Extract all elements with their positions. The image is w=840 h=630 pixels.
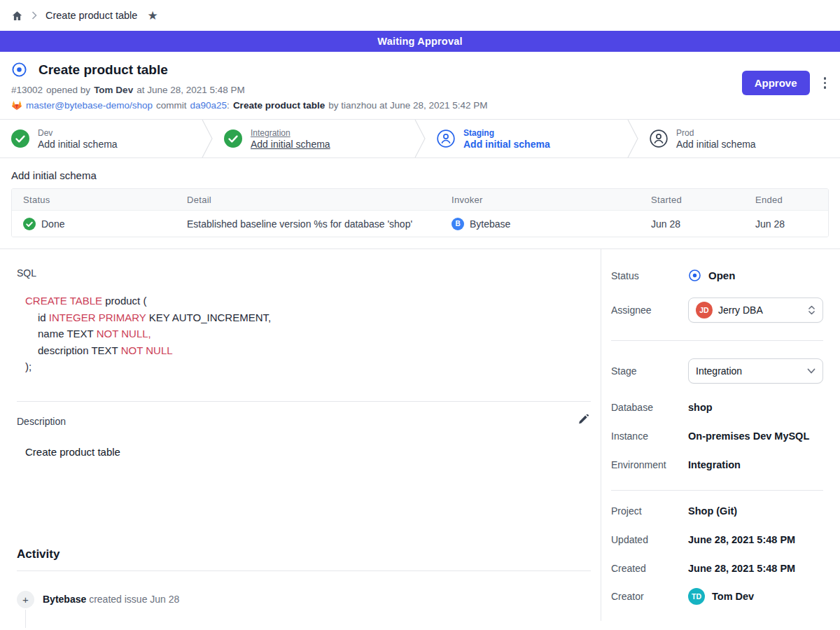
breadcrumb-title: Create product table — [46, 10, 137, 21]
database-value: shop — [688, 402, 713, 413]
edit-pencil-icon[interactable] — [576, 413, 591, 430]
stage-env-label: Dev — [38, 128, 118, 138]
field-stage: Stage Integration — [611, 358, 823, 384]
stage-env-label: Integration — [251, 128, 330, 138]
description-label: Description — [17, 416, 66, 427]
field-project: Project Shop (Git) — [611, 505, 823, 517]
field-created: Created June 28, 2021 5:48 PM — [611, 563, 823, 574]
stage-env-label: Prod — [676, 128, 756, 138]
task-heading: Add initial schema — [11, 169, 829, 181]
field-database: Database shop — [611, 402, 823, 413]
status-banner: Waiting Approval — [0, 31, 840, 52]
task-table-header: Status Detail Invoker Started Ended — [12, 189, 828, 210]
breadcrumb: Create product table ★ — [0, 0, 840, 31]
check-circle-icon — [224, 130, 242, 148]
timeline-connector — [25, 610, 26, 628]
task-invoker: Bytebase — [470, 218, 510, 230]
activity-item: + Bytebase created issue Jun 28 — [17, 591, 591, 608]
commit-info: master@bytebase-demo/shop commit da90a25… — [11, 100, 829, 111]
field-status: Status Open — [611, 269, 823, 282]
description-text: Create product table — [17, 446, 591, 458]
task-ended: Jun 28 — [755, 218, 785, 230]
issue-meta: #13002 opened by Tom Dev at June 28, 202… — [11, 85, 829, 95]
status-value: Open — [708, 270, 735, 281]
plus-icon: + — [17, 591, 34, 608]
stage-task-label: Add initial schema — [38, 139, 118, 150]
sql-label: SQL — [17, 267, 591, 279]
field-environment: Environment Integration — [611, 459, 823, 470]
bookmark-star-icon[interactable]: ★ — [147, 8, 158, 23]
divider — [17, 570, 591, 571]
task-status: Done — [41, 218, 64, 230]
activity-action: created issue Jun 28 — [89, 594, 179, 605]
stage-task-label: Add initial schema — [251, 139, 330, 150]
table-row[interactable]: Done Established baseline version %s for… — [12, 210, 828, 237]
content-area: SQL CREATE TABLE product ( id INTEGER PR… — [0, 248, 840, 621]
stage-select[interactable]: Integration — [688, 358, 823, 384]
chevron-down-icon — [807, 368, 816, 374]
stage-task-label: Add initial schema — [463, 139, 550, 150]
task-started: Jun 28 — [651, 218, 680, 230]
field-instance: Instance On-premises Dev MySQL — [611, 430, 823, 442]
sidebar: Status Open Assignee JD Jerry DBA Stage — [601, 249, 840, 621]
kebab-menu-icon[interactable] — [821, 74, 830, 92]
home-icon[interactable] — [11, 10, 23, 22]
issue-header: Create product table #13002 opened by To… — [0, 52, 840, 119]
stage-separator — [202, 120, 213, 158]
instance-value: On-premises Dev MySQL — [688, 430, 809, 442]
field-assignee: Assignee JD Jerry DBA — [611, 298, 823, 323]
person-circle-icon — [650, 130, 668, 148]
col-invoker: Invoker — [440, 195, 640, 205]
task-section: Add initial schema Status Detail Invoker… — [0, 169, 840, 237]
col-ended: Ended — [744, 195, 828, 205]
open-status-icon — [688, 269, 701, 282]
gitlab-icon — [11, 100, 22, 111]
approve-button[interactable]: Approve — [742, 71, 810, 95]
divider — [611, 490, 823, 491]
status-banner-text: Waiting Approval — [377, 36, 462, 47]
created-value: June 28, 2021 5:48 PM — [688, 563, 795, 574]
col-status: Status — [12, 195, 176, 205]
sql-code: CREATE TABLE product ( id INTEGER PRIMAR… — [17, 293, 591, 375]
col-started: Started — [640, 195, 744, 205]
stage-prod[interactable]: Prod Add initial schema — [638, 120, 840, 158]
activity-actor: Bytebase — [43, 594, 86, 605]
issue-opened-time: at June 28, 2021 5:48 PM — [136, 85, 245, 95]
issue-number: #13002 — [11, 85, 43, 95]
commit-message: Create product table — [233, 100, 325, 111]
creator-avatar: TD — [688, 588, 705, 605]
stage-integration[interactable]: Integration Add initial schema — [213, 120, 414, 158]
page-title: Create product table — [38, 62, 168, 78]
field-updated: Updated June 28, 2021 5:48 PM — [611, 534, 823, 545]
activity-heading: Activity — [17, 547, 591, 561]
task-detail: Established baseline version %s for data… — [187, 218, 412, 230]
stage-env-label: Staging — [463, 128, 550, 138]
divider — [17, 401, 591, 402]
col-detail: Detail — [176, 195, 440, 205]
stage-dev[interactable]: Dev Add initial schema — [0, 120, 202, 158]
commit-byline: by tianzhou at June 28, 2021 5:42 PM — [328, 100, 487, 111]
assignee-select[interactable]: JD Jerry DBA — [688, 298, 823, 323]
assignee-avatar: JD — [696, 302, 713, 318]
check-circle-icon — [11, 130, 29, 148]
main-column: SQL CREATE TABLE product ( id INTEGER PR… — [0, 249, 601, 621]
updated-value: June 28, 2021 5:48 PM — [688, 534, 795, 545]
branch-repo-link[interactable]: master@bytebase-demo/shop — [26, 100, 153, 111]
stage-staging[interactable]: Staging Add initial schema — [426, 120, 627, 158]
person-circle-icon — [437, 130, 455, 148]
issue-open-icon — [11, 62, 27, 78]
stage-task-label: Add initial schema — [676, 139, 756, 150]
up-down-chevron-icon — [808, 304, 816, 316]
check-circle-icon — [23, 218, 36, 230]
commit-hash-link[interactable]: da90a25 — [190, 100, 227, 111]
project-value: Shop (Git) — [688, 505, 737, 517]
issue-author: Tom Dev — [94, 85, 133, 95]
invoker-avatar: B — [451, 218, 464, 230]
field-creator: Creator TD Tom Dev — [611, 588, 823, 605]
environment-value: Integration — [688, 459, 741, 470]
stage-separator — [414, 120, 426, 158]
task-table: Status Detail Invoker Started Ended Done… — [11, 188, 829, 237]
divider — [611, 340, 823, 341]
pipeline: Dev Add initial schema Integration Add i… — [0, 119, 840, 158]
chevron-right-icon — [31, 10, 37, 22]
